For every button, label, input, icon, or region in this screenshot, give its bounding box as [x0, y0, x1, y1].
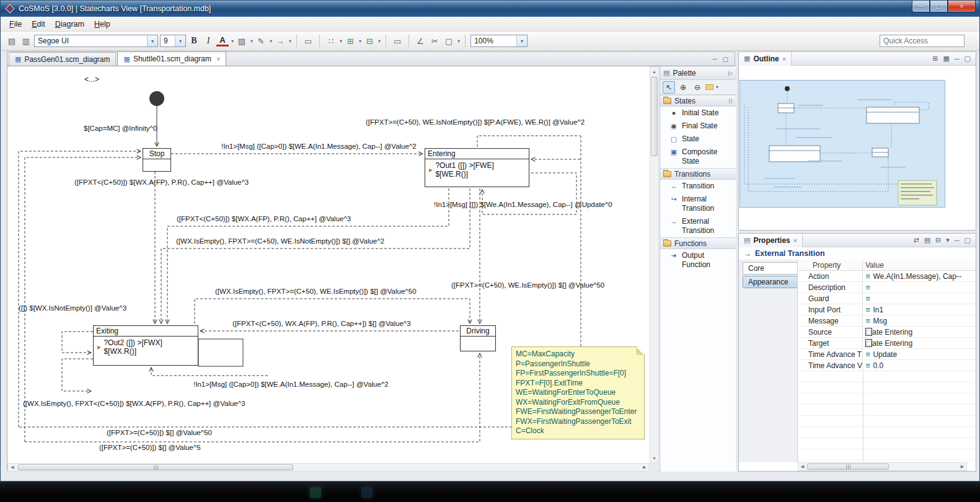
- font-color-caret-icon[interactable]: ▾: [231, 38, 234, 44]
- initial-state-node[interactable]: [149, 91, 164, 106]
- palette-section-transitions[interactable]: Transitions: [660, 168, 736, 180]
- transition-label[interactable]: ([WX.IsEmpty(), FPXT<(C+50)]) $[WX.A(FP)…: [23, 400, 245, 407]
- outline-close-icon[interactable]: ×: [782, 55, 786, 63]
- scroll-thumb[interactable]: [651, 77, 658, 156]
- arrange-icon[interactable]: ⊞: [344, 34, 356, 48]
- state-exiting[interactable]: Exiting ➤ ?Out2 ([]) >[FWX] $[WX.R()]: [93, 325, 198, 366]
- arrange-caret-icon[interactable]: ▾: [359, 38, 361, 44]
- tab-core[interactable]: Core: [743, 262, 797, 275]
- arrow-style-caret-icon[interactable]: ▾: [289, 38, 291, 44]
- transition-label[interactable]: ([FPXT>=(C+50), WE.IsEmpty()]) $[] @Valu…: [451, 281, 604, 289]
- menu-edit[interactable]: Edit: [27, 17, 50, 31]
- transition-label[interactable]: !In1>[Msg] ([Cap>0]) $[WE.A(In1.Message)…: [193, 381, 389, 388]
- taskbar-item[interactable]: [361, 487, 373, 498]
- transition-label[interactable]: ([FPXT>=(C+50)]) $[] @Value^5: [99, 444, 201, 451]
- legend-note[interactable]: MC=MaxCapacity P=PassengerInShuttle FP=F…: [511, 346, 645, 439]
- layout-icon[interactable]: ▭: [391, 34, 404, 48]
- properties-close-icon[interactable]: ×: [793, 237, 797, 244]
- transition-label[interactable]: $[Cap=MC] @Infinity^0: [84, 125, 157, 132]
- outline-tab[interactable]: ▦ Outline ×: [739, 52, 792, 66]
- menu-diagram[interactable]: Diagram: [50, 17, 89, 31]
- line-style-icon[interactable]: ∠: [414, 34, 426, 48]
- fill-color-icon[interactable]: ▨: [236, 34, 248, 48]
- menu-file[interactable]: File: [4, 17, 27, 31]
- scroll-up-icon[interactable]: ▲: [650, 67, 658, 76]
- tab-appearance[interactable]: Appearance: [743, 276, 797, 288]
- state-driving[interactable]: Driving: [460, 325, 496, 351]
- scroll-right-icon[interactable]: ▶: [958, 463, 966, 470]
- palette-item-transition[interactable]: ↔ Transition: [660, 180, 736, 193]
- scroll-left-icon[interactable]: ◀: [798, 463, 806, 470]
- transition-label[interactable]: ([WX.IsEmpty(), FPXT>=(C+50), WE.IsEmpty…: [215, 288, 417, 295]
- table-layout-icon[interactable]: ▤: [924, 236, 930, 244]
- transition-label[interactable]: ([WX.IsEmpty(), FPXT>=(C+50), WE.IsNotEm…: [176, 237, 384, 245]
- properties-minimize-icon[interactable]: ─: [955, 237, 960, 244]
- select-tool[interactable]: ↖: [663, 81, 675, 94]
- border-style-caret-icon[interactable]: ▾: [457, 38, 460, 44]
- print-icon[interactable]: ▥: [20, 34, 32, 48]
- palette-item-external-transition[interactable]: → External Transition: [660, 215, 736, 237]
- minimize-button[interactable]: ─: [912, 1, 930, 12]
- border-style-icon[interactable]: ▢: [443, 34, 455, 48]
- transition-path[interactable]: [161, 188, 470, 324]
- palette-section-states[interactable]: States ⟨⟩: [660, 95, 736, 107]
- table-row[interactable]: Time Advance T ≣Update: [798, 349, 976, 360]
- outline-maximize-icon[interactable]: ▢: [965, 55, 971, 63]
- maximize-button[interactable]: ▢: [930, 1, 948, 12]
- table-row[interactable]: Action ≣We.A(In1.Message), Cap--: [798, 271, 976, 282]
- taskbar-item[interactable]: [310, 487, 321, 498]
- crop-icon[interactable]: ✂: [428, 34, 441, 48]
- transition-path[interactable]: [62, 332, 93, 353]
- transition-path[interactable]: [19, 151, 141, 427]
- collapse-all-icon[interactable]: ⊟: [935, 236, 941, 244]
- quick-access-input[interactable]: [880, 35, 965, 47]
- properties-horizontal-scrollbar[interactable]: ◀ ▶: [798, 462, 967, 471]
- italic-button[interactable]: I: [202, 34, 214, 48]
- copy-appearance-icon[interactable]: ▭: [302, 34, 314, 48]
- font-family-combo[interactable]: Segoe UI ▾: [34, 35, 158, 47]
- scroll-thumb[interactable]: [807, 464, 889, 470]
- chevron-down-icon[interactable]: ▾: [175, 35, 185, 46]
- transition-label[interactable]: !In1>[Msg] ([]) $[We.A(In1.Message), Cap…: [434, 201, 612, 208]
- palette-section-functions[interactable]: Functions: [660, 237, 736, 249]
- scroll-right-icon[interactable]: ▶: [640, 464, 649, 471]
- font-size-combo[interactable]: 9 ▾: [160, 35, 186, 47]
- palette-item-state[interactable]: ▢ State: [660, 133, 736, 146]
- editor-maximize-icon[interactable]: ▢: [723, 56, 728, 63]
- transition-label[interactable]: ([FPXT<(C+50)]) $[WX.A(FP), P.R(), Cap++…: [74, 178, 249, 186]
- table-row[interactable]: Source ▢State Entering: [798, 327, 976, 338]
- properties-tab[interactable]: ▤ Properties ×: [739, 234, 803, 247]
- chevron-down-icon[interactable]: ▾: [516, 35, 527, 46]
- zoom-out-tool[interactable]: ⊖: [691, 81, 704, 94]
- canvas-horizontal-scrollbar[interactable]: ◀ ▶: [7, 463, 650, 472]
- select-tool-icon[interactable]: ∷: [325, 34, 337, 48]
- table-row[interactable]: Guard ≣: [798, 293, 976, 304]
- transition-label[interactable]: !In1>[Msg] ([Cap>0]) $[WE.A(In1.Message)…: [221, 143, 417, 150]
- zoom-combo[interactable]: 100% ▾: [470, 35, 528, 47]
- transition-label[interactable]: ([FPXT<(C+50), WX.A(FP), P.R(), Cap++]) …: [232, 320, 411, 327]
- outline-overview-icon[interactable]: ▦: [943, 55, 949, 63]
- canvas-vertical-scrollbar[interactable]: ▲ ▼: [650, 66, 659, 463]
- table-row[interactable]: Message ≣Msg: [798, 315, 976, 327]
- section-pin-icon[interactable]: ⟨⟩: [728, 98, 733, 104]
- font-color-button[interactable]: A: [216, 35, 229, 46]
- table-row[interactable]: Target ▢State Entering: [798, 338, 976, 349]
- save-icon[interactable]: ▤: [6, 34, 18, 48]
- chevron-down-icon[interactable]: ▾: [147, 35, 157, 46]
- palette-item-initial-state[interactable]: ● Initial State: [660, 107, 736, 120]
- transition-path[interactable]: [167, 188, 449, 324]
- align-caret-icon[interactable]: ▾: [378, 38, 381, 44]
- sync-icon[interactable]: ⇄: [913, 236, 919, 244]
- transition-path[interactable]: [62, 359, 93, 391]
- scroll-left-icon[interactable]: ◀: [8, 464, 17, 471]
- zoom-in-tool[interactable]: ⊕: [677, 81, 689, 94]
- close-button[interactable]: ×: [948, 1, 976, 12]
- outline-thumbnail[interactable]: [739, 80, 945, 208]
- palette-collapse-icon[interactable]: ▷: [728, 70, 733, 76]
- palette-item-output-function[interactable]: ➔ Output Function: [660, 249, 736, 271]
- outline-tree-icon[interactable]: ⊞: [932, 55, 938, 63]
- taskbar[interactable]: [0, 482, 980, 502]
- transition-path[interactable]: [25, 353, 480, 442]
- sub-shape[interactable]: [198, 339, 243, 366]
- transition-label[interactable]: ([FPXT>=(C+50)]) $[] @Value^50: [107, 429, 212, 436]
